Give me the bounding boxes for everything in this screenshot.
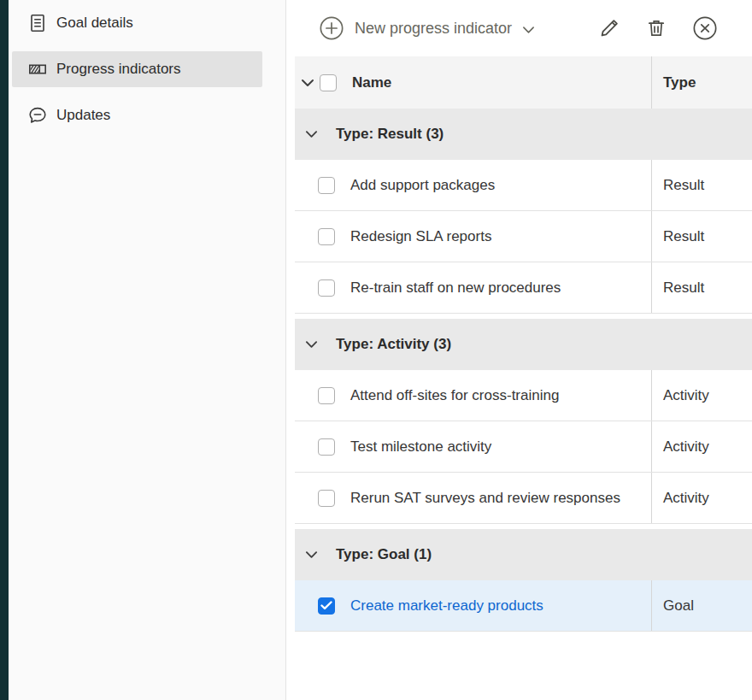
sidebar-item-updates[interactable]: Updates <box>12 97 262 133</box>
indicator-name[interactable]: Re-train staff on new procedures <box>350 275 561 301</box>
column-header-type[interactable]: Type <box>651 56 752 109</box>
table-row[interactable]: Add support packages Result <box>295 160 752 211</box>
type-cell: Activity <box>651 370 752 421</box>
column-header-name[interactable]: Name <box>352 74 391 91</box>
table-header-name-cell: Name <box>295 56 651 109</box>
comment-icon <box>27 105 48 126</box>
name-cell: Redesign SLA reports <box>295 211 651 262</box>
table-row[interactable]: Attend off-sites for cross-training Acti… <box>295 370 752 421</box>
indicator-name[interactable]: Rerun SAT surveys and review responses <box>350 485 620 511</box>
indicator-name[interactable]: Redesign SLA reports <box>350 224 491 250</box>
name-cell: Rerun SAT surveys and review responses <box>295 473 651 523</box>
new-progress-indicator-button[interactable]: New progress indicator <box>319 15 535 41</box>
group-collapse-chevron-icon[interactable] <box>305 126 320 142</box>
table-row[interactable]: Redesign SLA reports Result <box>295 211 752 262</box>
table-row[interactable]: Test milestone activity Activity <box>295 421 752 473</box>
close-button[interactable] <box>692 15 718 41</box>
table-row[interactable]: Create market-ready products Goal <box>295 580 752 632</box>
progress-indicators-table: Name Type Type: Result (3) Add support p… <box>295 56 752 700</box>
progress-indicator-icon <box>27 59 48 79</box>
trash-icon <box>646 17 667 39</box>
close-circle-icon <box>692 15 718 41</box>
row-checkbox[interactable] <box>318 438 335 456</box>
indicator-name[interactable]: Create market-ready products <box>350 593 543 619</box>
edit-pencil-icon <box>598 17 620 39</box>
row-checkbox[interactable] <box>318 490 335 507</box>
type-cell: Activity <box>651 421 752 472</box>
name-cell: Test milestone activity <box>295 421 651 472</box>
sidebar-item-label: Goal details <box>56 15 133 32</box>
background-app-strip <box>0 0 9 700</box>
row-checkbox[interactable] <box>318 279 335 297</box>
chevron-down-icon <box>522 23 535 34</box>
row-checkbox[interactable] <box>318 177 335 194</box>
progress-indicators-panel: New progress indicator <box>286 0 752 700</box>
edit-button[interactable] <box>598 17 620 39</box>
table-body: Type: Result (3) Add support packages Re… <box>295 109 752 632</box>
sidebar-item-progress-indicators[interactable]: Progress indicators <box>12 51 262 87</box>
indicator-name[interactable]: Test milestone activity <box>350 434 491 460</box>
table-row[interactable]: Rerun SAT surveys and review responses A… <box>295 473 752 524</box>
group-header-label: Type: Goal (1) <box>336 546 432 563</box>
group-header-label: Type: Activity (3) <box>336 336 451 353</box>
sidebar-item-label: Updates <box>56 107 110 124</box>
type-cell: Result <box>651 211 752 262</box>
delete-button[interactable] <box>646 17 667 39</box>
group-header-label: Type: Result (3) <box>336 126 444 143</box>
new-progress-indicator-label: New progress indicator <box>355 20 512 38</box>
row-checkbox[interactable] <box>318 228 335 245</box>
add-circle-icon <box>319 15 344 41</box>
group-header: Type: Goal (1) <box>295 529 752 580</box>
indicator-name[interactable]: Add support packages <box>350 173 495 198</box>
group-header: Type: Activity (3) <box>295 319 752 370</box>
sidebar: Goal details Progress indicators Updates <box>9 0 286 700</box>
row-checkbox[interactable] <box>318 387 335 404</box>
table-footer-space <box>295 632 752 700</box>
group-header: Type: Result (3) <box>295 109 752 160</box>
type-cell: Result <box>651 160 752 210</box>
type-cell: Goal <box>651 580 752 631</box>
collapse-all-chevron-icon[interactable] <box>301 75 316 91</box>
toolbar: New progress indicator <box>295 0 752 56</box>
toolbar-actions <box>598 15 718 41</box>
table-header-row: Name Type <box>295 56 752 109</box>
name-cell: Create market-ready products <box>295 580 651 631</box>
name-cell: Attend off-sites for cross-training <box>295 370 651 421</box>
document-icon <box>27 13 48 33</box>
table-row[interactable]: Re-train staff on new procedures Result <box>295 262 752 314</box>
row-checkbox[interactable] <box>318 597 335 615</box>
type-cell: Result <box>651 262 752 313</box>
select-all-checkbox[interactable] <box>320 74 337 91</box>
sidebar-item-label: Progress indicators <box>56 61 181 78</box>
type-cell: Activity <box>651 473 752 523</box>
name-cell: Re-train staff on new procedures <box>295 262 651 313</box>
sidebar-item-goal-details[interactable]: Goal details <box>12 5 262 41</box>
group-collapse-chevron-icon[interactable] <box>305 337 320 352</box>
name-cell: Add support packages <box>295 160 651 210</box>
indicator-name[interactable]: Attend off-sites for cross-training <box>350 383 559 409</box>
group-collapse-chevron-icon[interactable] <box>305 547 320 562</box>
